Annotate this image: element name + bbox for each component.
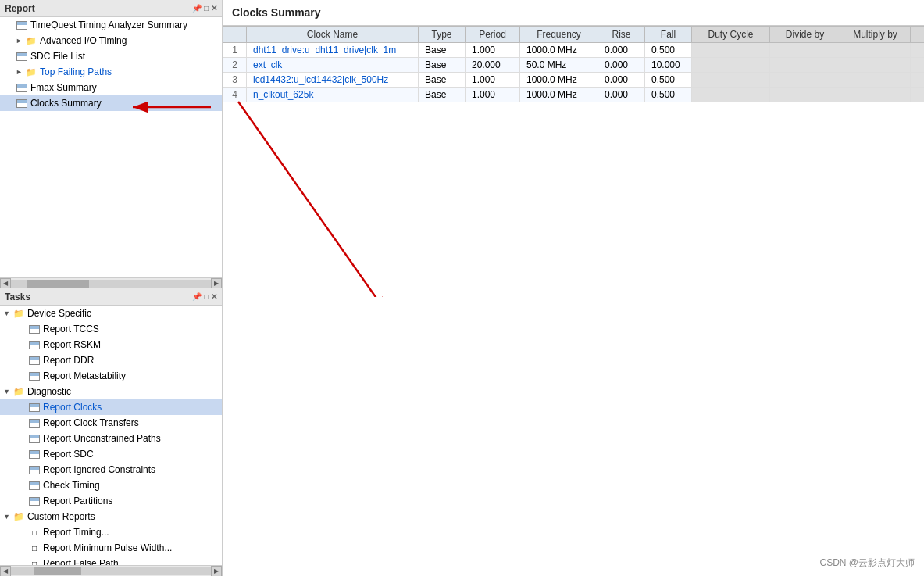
tasks-item-report-timing[interactable]: □ Report Timing... [0,524,222,540]
float-icon2[interactable]: □ [204,292,209,301]
table-icon [28,354,41,367]
tasks-item-label: Report RSKM [43,339,101,350]
report-item-label: SDC File List [30,51,85,62]
scroll-left-btn2[interactable]: ◀ [0,566,11,577]
cell-frequency: 50.0 MHz [520,58,598,73]
cell-clock-name: ext_clk [247,58,419,73]
col-header-num [223,27,247,43]
cell-clock-name: lcd14432:u_lcd14432|clk_500Hz [247,73,419,88]
scroll-right-btn2[interactable]: ▶ [211,566,222,577]
cell-phase [911,58,925,73]
tasks-item-report-tccs[interactable]: Report TCCS [0,321,222,337]
col-header-divide-by: Divide by [770,27,840,43]
expand-arrow: ► [16,68,25,76]
clocks-table-container: Clock Name Type Period Frequency Rise Fa… [223,26,924,576]
tasks-item-false-path[interactable]: □ Report False Path... [0,556,222,565]
tasks-item-report-rskm[interactable]: Report RSKM [0,337,222,352]
cell-fall: 0.500 [645,73,692,88]
table-header-row: Clock Name Type Period Frequency Rise Fa… [223,27,925,43]
tasks-item-device-specific[interactable]: ▼ 📁 Device Specific [0,306,222,321]
folder-orange-icon: 📁 [25,66,37,78]
report-item-top-failing[interactable]: ► 📁 Top Failing Paths [0,64,222,80]
cell-duty-cycle [692,43,770,58]
table-icon [28,323,41,335]
report-horizontal-scrollbar[interactable]: ◀ ▶ [0,277,222,288]
tasks-item-label: Report False Path... [43,558,127,565]
cell-period: 1.000 [466,73,520,88]
cell-duty-cycle [692,58,770,73]
tasks-item-report-metastability[interactable]: Report Metastability [0,368,222,384]
table-icon [28,495,41,507]
tasks-item-partitions[interactable]: Report Partitions [0,493,222,509]
table-icon [16,81,28,94]
cell-frequency: 1000.0 MHz [520,43,598,58]
folder-icon: 📁 [12,307,25,320]
tasks-item-label: Custom Reports [27,511,95,522]
float-icon[interactable]: □ [204,4,209,13]
table-icon [16,97,28,109]
checkbox-icon: □ [28,542,41,554]
tasks-item-label: Report Partitions [43,496,112,506]
cell-frequency: 1000.0 MHz [520,73,598,88]
scroll-track [11,280,211,288]
cell-divide-by [770,58,840,73]
tasks-item-label: Check Timing [43,480,100,491]
tasks-item-label: Report Clocks [43,402,102,413]
tasks-item-label: Report Metastability [43,370,126,381]
cell-period: 1.000 [466,88,520,102]
clock-link[interactable]: n_clkout_625k [253,89,313,100]
close-icon2[interactable]: ✕ [211,292,217,301]
pin-icon2[interactable]: 📌 [192,292,202,301]
left-panel: Report 📌 □ ✕ TimeQuest Timing Analyzer S… [0,0,223,576]
table-icon [16,19,28,31]
expand-arrow: ▼ [3,513,12,521]
tasks-item-custom-reports[interactable]: ▼ 📁 Custom Reports [0,509,222,524]
close-icon[interactable]: ✕ [211,4,217,13]
clock-link[interactable]: ext_clk [253,59,282,70]
cell-period: 1.000 [466,43,520,58]
cell-type: Base [419,88,466,102]
pin-icon[interactable]: 📌 [192,4,202,13]
cell-clock-name: n_clkout_625k [247,88,419,102]
cell-multiply-by [840,58,911,73]
tasks-item-unconstrained[interactable]: Report Unconstrained Paths [0,431,222,446]
tasks-header-icons: 📌 □ ✕ [192,292,217,301]
tasks-item-check-timing[interactable]: Check Timing [0,478,222,493]
tasks-item-label: Report Minimum Pulse Width... [43,542,172,553]
tasks-item-sdc[interactable]: Report SDC [0,446,222,462]
tasks-item-label: Report Ignored Constraints [43,464,155,475]
tasks-tree: ▼ 📁 Device Specific Report TCCS Report R… [0,306,222,565]
report-item-advanced-io[interactable]: ► 📁 Advanced I/O Timing [0,33,222,48]
cell-row-num: 1 [223,43,247,58]
tasks-item-min-pulse[interactable]: □ Report Minimum Pulse Width... [0,540,222,556]
tasks-item-label: Report SDC [43,449,94,460]
report-item-sdc[interactable]: SDC File List [0,48,222,64]
col-header-phase: Phase [911,27,925,43]
cell-type: Base [419,58,466,73]
cell-phase [911,73,925,88]
scroll-left-btn[interactable]: ◀ [0,278,11,289]
tasks-panel-header: Tasks 📌 □ ✕ [0,288,222,306]
clock-link[interactable]: dht11_drive:u_dht11_drive|clk_1m [253,45,396,55]
cell-rise: 0.000 [598,43,645,58]
tasks-item-label: Report Clock Transfers [43,417,139,428]
cell-period: 20.000 [466,58,520,73]
watermark-text: CSDN @云影点灯大师 [819,556,915,570]
tasks-item-ignored[interactable]: Report Ignored Constraints [0,462,222,478]
report-item-clocks-summary[interactable]: Clocks Summary [0,95,222,111]
scroll-right-btn[interactable]: ▶ [211,278,222,289]
report-item-fmax[interactable]: Fmax Summary [0,80,222,95]
table-icon [28,370,41,382]
report-item-timequest[interactable]: TimeQuest Timing Analyzer Summary [0,17,222,33]
tasks-item-report-ddr[interactable]: Report DDR [0,352,222,368]
table-icon [28,463,41,476]
expand-arrow: ▼ [3,388,12,395]
cell-frequency: 1000.0 MHz [520,88,598,102]
tasks-item-diagnostic[interactable]: ▼ 📁 Diagnostic [0,384,222,399]
cell-multiply-by [840,88,911,102]
folder-icon: 📁 [12,510,25,523]
tasks-horizontal-scrollbar[interactable]: ◀ ▶ [0,565,222,576]
tasks-item-report-clocks[interactable]: Report Clocks [0,399,222,415]
clock-link[interactable]: lcd14432:u_lcd14432|clk_500Hz [253,74,388,85]
tasks-item-clock-transfers[interactable]: Report Clock Transfers [0,415,222,431]
